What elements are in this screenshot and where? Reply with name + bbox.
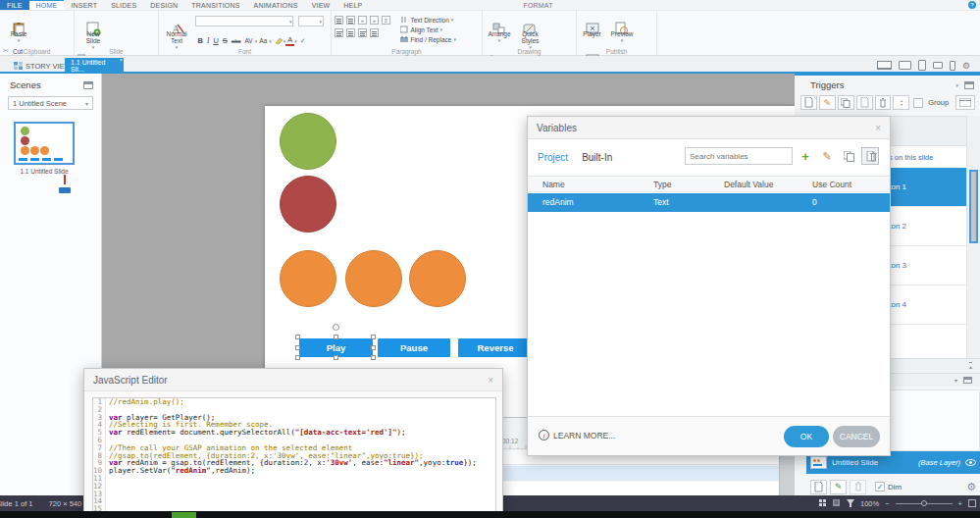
filter-icon[interactable] <box>847 499 854 507</box>
preview-settings-gear-icon[interactable]: ⚙ <box>962 61 970 71</box>
grid-view-icon[interactable] <box>819 499 827 507</box>
selection-handle-w[interactable] <box>295 345 300 350</box>
variable-row-redanim[interactable]: redAnim Text 0 <box>528 193 890 212</box>
delete-layer-button[interactable] <box>850 480 866 494</box>
zoom-out-button[interactable]: − <box>885 499 889 508</box>
normal-text-button[interactable]: A Normal Text▾ <box>162 13 191 51</box>
bullets-button[interactable] <box>335 16 343 25</box>
triggers-scrollbar[interactable] <box>966 116 980 358</box>
tablet-landscape-icon[interactable] <box>899 61 911 70</box>
notes-view-icon[interactable] <box>833 499 841 507</box>
tab-design[interactable]: DESIGN <box>143 0 184 10</box>
fit-to-window-icon[interactable] <box>968 499 976 507</box>
strikethrough-button[interactable]: S <box>221 36 230 46</box>
rotation-handle[interactable] <box>333 324 339 331</box>
find-replace-button[interactable]: Find / Replace▾ <box>400 35 455 43</box>
variables-tab-project[interactable]: Project <box>538 152 568 163</box>
edit-layer-button[interactable]: ✎ <box>830 480 847 494</box>
paste-trigger-button[interactable] <box>856 95 873 110</box>
tab-slides[interactable]: SLIDES <box>104 0 143 10</box>
zoom-slider-knob[interactable] <box>921 500 927 506</box>
selection-handle-sw[interactable] <box>295 355 300 360</box>
align-text-button[interactable]: Align Text▾ <box>400 26 455 33</box>
learn-more-link[interactable]: i LEARN MORE... <box>539 430 615 440</box>
layer-visibility-eye-icon[interactable] <box>965 459 976 466</box>
tab-help[interactable]: HELP <box>336 0 369 10</box>
paste-button[interactable]: Paste▾ <box>3 13 34 44</box>
variables-tab-builtin[interactable]: Built-In <box>582 152 612 163</box>
orange-circle-2[interactable] <box>345 250 402 307</box>
highlight-color-button[interactable] <box>275 37 284 45</box>
player-button[interactable]: Player <box>580 13 604 37</box>
layers-settings-gear-icon[interactable]: ⚙ <box>966 481 976 493</box>
orange-circle-1[interactable] <box>280 250 336 307</box>
selection-handle-n[interactable] <box>334 335 338 339</box>
tab-untitled-slide[interactable]: 1.1 Untitled Sli... × <box>65 58 124 74</box>
edit-trigger-button[interactable]: ✎ <box>819 95 836 110</box>
variables-search-input[interactable] <box>685 147 793 165</box>
justify-button[interactable] <box>370 28 379 37</box>
align-right-button[interactable] <box>358 28 367 37</box>
triggers-panel-icon[interactable] <box>964 81 974 89</box>
cancel-button[interactable]: CANCEL <box>833 426 880 447</box>
js-editor-titlebar[interactable]: JavaScript Editor × <box>84 369 502 391</box>
selection-handle-s[interactable] <box>334 355 338 360</box>
group-checkbox[interactable] <box>913 98 923 108</box>
js-editor-close-icon[interactable]: × <box>488 375 493 386</box>
increase-indent-button[interactable]: » <box>370 16 379 25</box>
selection-handle-se[interactable] <box>371 355 376 360</box>
copy-variable-button[interactable] <box>840 147 857 165</box>
tab-transitions[interactable]: TRANSITIONS <box>184 0 246 10</box>
selection-handle-e[interactable] <box>371 345 376 350</box>
underline-button[interactable]: U <box>211 36 220 46</box>
help-icon[interactable]: ? <box>968 1 976 9</box>
desktop-preview-icon[interactable] <box>877 61 892 70</box>
new-slide-button[interactable]: New Slide▾ <box>77 13 109 51</box>
variables-close-icon[interactable]: × <box>875 123 881 133</box>
tab-home[interactable]: HOME <box>29 0 65 10</box>
preview-button[interactable]: Preview▾ <box>608 13 635 44</box>
bold-button[interactable]: B <box>195 36 204 46</box>
selection-handle-nw[interactable] <box>295 335 300 339</box>
tab-format[interactable]: FORMAT <box>516 0 559 10</box>
pause-button-shape[interactable]: Pause <box>378 338 450 357</box>
numbering-button[interactable] <box>346 16 355 25</box>
change-case-button[interactable]: Aa <box>257 36 269 46</box>
tab-file[interactable]: FILE <box>0 0 29 10</box>
edit-variable-button[interactable]: ✎ <box>818 147 836 165</box>
slide-thumbnail[interactable] <box>14 122 75 165</box>
subscript-button[interactable]: abc <box>230 36 243 46</box>
decrease-indent-button[interactable]: « <box>358 16 367 25</box>
spelling-icon[interactable]: ✓ <box>300 37 306 45</box>
green-circle-shape[interactable] <box>280 113 336 170</box>
reverse-button-shape[interactable]: Reverse <box>458 338 533 357</box>
trigger-order-spinner[interactable]: ▴▾ <box>893 95 909 110</box>
ok-button[interactable]: OK <box>784 426 829 447</box>
add-variable-button[interactable]: + <box>797 147 814 165</box>
close-tab-icon[interactable]: × <box>119 57 123 63</box>
character-spacing-button[interactable]: AV <box>243 36 255 46</box>
font-family-select[interactable] <box>195 16 293 26</box>
text-direction-button[interactable]: Text Direction▾ <box>400 16 455 24</box>
zoom-slider[interactable] <box>896 503 953 504</box>
code-editor[interactable]: 1//redAnim.play();2 3var player= GetPlay… <box>92 397 496 518</box>
font-size-select[interactable] <box>298 16 324 26</box>
scene-select[interactable]: 1 Untitled Scene▾ <box>8 96 93 110</box>
quick-styles-button[interactable]: Quick Styles▾ <box>517 13 542 51</box>
triggers-collapse-icon[interactable]: ▾ <box>955 82 958 88</box>
align-left-button[interactable] <box>335 28 343 37</box>
phone-portrait-icon[interactable] <box>950 61 955 71</box>
new-trigger-button[interactable] <box>800 95 817 110</box>
tab-view[interactable]: VIEW <box>305 0 337 10</box>
delete-variable-button[interactable] <box>883 147 899 165</box>
phone-landscape-icon[interactable] <box>933 62 943 69</box>
arrange-button[interactable]: Arrange▾ <box>486 13 513 44</box>
trash-variable-button[interactable] <box>864 147 882 165</box>
zoom-in-button[interactable]: + <box>958 499 962 508</box>
align-center-button[interactable] <box>346 28 355 37</box>
delete-trigger-button[interactable] <box>875 95 892 110</box>
font-color-button[interactable]: A <box>285 36 294 46</box>
tab-animations[interactable]: ANIMATIONS <box>247 0 305 10</box>
variables-dialog-titlebar[interactable]: Variables × <box>528 117 890 139</box>
taskbar-app-icon[interactable] <box>172 512 196 518</box>
